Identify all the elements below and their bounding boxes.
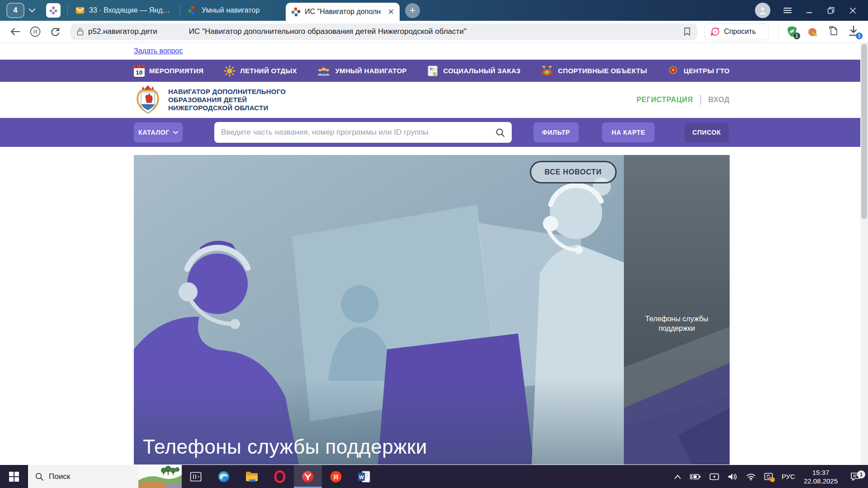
nav-label: ЦЕНТРЫ ГТО: [684, 67, 730, 75]
taskbar-search-placeholder: Поиск: [49, 472, 70, 481]
sun-icon: [224, 65, 236, 77]
mail-icon: [75, 5, 85, 15]
alice-ask-button[interactable]: ? Спросить: [704, 23, 769, 40]
yandex-browser-icon[interactable]: [294, 465, 322, 488]
news-slide-next[interactable]: Телефоны службы поддержки: [624, 155, 730, 465]
clock-date: 22.08.2025: [804, 477, 838, 485]
task-view-button[interactable]: [182, 465, 210, 488]
extension-badge: 1: [793, 33, 800, 39]
system-tray: РУС 15:37 22.08.2025 1: [670, 465, 868, 488]
registration-link[interactable]: РЕГИСТРАЦИЯ: [637, 96, 693, 104]
nav-label: МЕРОПРИЯТИЯ: [149, 67, 203, 75]
catalog-button[interactable]: КАТАЛОГ: [134, 122, 183, 142]
downloads-button[interactable]: 1: [848, 25, 861, 38]
windows-taskbar: Поиск Я W: [0, 465, 868, 488]
extension-editor-icon[interactable]: [807, 25, 819, 38]
next-slide-preview-image: [624, 155, 730, 465]
page-viewport: Задать вопрос 10 МЕРОПРИЯТИЯ ЛЕТНИЙ ОТДЫ…: [0, 43, 868, 465]
alice-spark-icon: ?: [710, 27, 720, 37]
minimize-button[interactable]: [798, 0, 820, 21]
nav-item-sport-objects[interactable]: СПОРТИВНЫЕ ОБЪЕКТЫ: [541, 65, 647, 77]
site-logo-text[interactable]: НАВИГАТОР ДОПОЛНИТЕЛЬНОГО ОБРАЗОВАНИЯ ДЕ…: [168, 88, 286, 112]
person-icon: [758, 6, 767, 15]
yandex-app-icon[interactable]: Я: [322, 465, 350, 488]
battery-icon[interactable]: [690, 474, 701, 480]
word-icon[interactable]: W: [350, 465, 378, 488]
language-indicator[interactable]: РУС: [782, 473, 795, 480]
lock-icon: [77, 28, 84, 36]
tab-close-icon[interactable]: ✕: [388, 7, 394, 17]
back-button[interactable]: [7, 23, 24, 40]
search-icon[interactable]: [495, 128, 505, 137]
widgets-weather-image[interactable]: [138, 465, 182, 488]
calendar-icon: 10: [134, 65, 145, 77]
program-search-field[interactable]: [214, 122, 512, 143]
screen-cast-icon[interactable]: [764, 473, 773, 481]
people-icon: [317, 66, 330, 76]
navigator-icon: [291, 7, 300, 16]
all-news-button[interactable]: ВСЕ НОВОСТИ: [530, 161, 617, 183]
refresh-button[interactable]: [47, 23, 63, 40]
tab-smart-navigator[interactable]: Умный навигатор: [183, 6, 286, 15]
nav-item-events[interactable]: 10 МЕРОПРИЯТИЯ: [134, 65, 203, 77]
cast-status-dot: [770, 477, 775, 482]
nav-item-summer[interactable]: ЛЕТНИЙ ОТДЫХ: [224, 65, 297, 77]
opera-icon[interactable]: [266, 465, 294, 488]
profile-avatar[interactable]: [755, 3, 770, 18]
pinned-tab[interactable]: [46, 3, 61, 18]
extension-pages-icon[interactable]: [827, 25, 840, 38]
clock-time: 15:37: [804, 468, 838, 477]
hidden-icons-chevron[interactable]: [674, 474, 681, 479]
search-icon: [35, 473, 43, 481]
ask-question-link[interactable]: Задать вопрос: [134, 47, 183, 55]
nav-item-smart-navigator[interactable]: УМНЫЙ НАВИГАТОР: [317, 66, 406, 76]
more-options-icon[interactable]: [761, 28, 765, 35]
nav-label: ЛЕТНИЙ ОТДЫХ: [240, 67, 297, 75]
navigator-icon: [188, 6, 197, 15]
edge-icon[interactable]: [210, 465, 238, 488]
nav-label: УМНЫЙ НАВИГАТОР: [335, 67, 406, 75]
list-button[interactable]: СПИСОК: [684, 122, 729, 142]
tab-title: 33 · Входящие — Яндекс П: [89, 6, 172, 14]
menu-button[interactable]: [777, 0, 798, 21]
search-input[interactable]: [221, 128, 495, 137]
tab-group-badge[interactable]: 4: [6, 3, 24, 18]
login-link[interactable]: ВХОД: [708, 96, 730, 104]
address-bar[interactable]: p52.навигатор.дети ИС "Навигатор дополни…: [71, 23, 697, 40]
map-button[interactable]: НА КАРТЕ: [602, 122, 655, 142]
chevron-down-icon: [173, 131, 178, 134]
close-window-button[interactable]: [842, 0, 863, 21]
nav-item-social-order[interactable]: Р СОЦИАЛЬНЫЙ ЗАКАЗ: [427, 65, 520, 77]
coat-of-arms-logo: [134, 84, 162, 116]
filter-button[interactable]: ФИЛЬТР: [533, 122, 579, 142]
support-operators-illustration: [134, 155, 624, 465]
yandex-button[interactable]: Я: [27, 23, 43, 40]
new-tab-button[interactable]: +: [405, 3, 420, 18]
news-slide-main[interactable]: ВСЕ НОВОСТИ Телефоны службы поддержки: [134, 155, 624, 465]
news-slide-title: Телефоны службы поддержки: [143, 436, 427, 458]
svg-text:Я: Я: [334, 473, 339, 480]
tab-mail[interactable]: 33 · Входящие — Яндекс П: [70, 5, 178, 15]
start-button[interactable]: [0, 465, 28, 488]
tabbar-right-cluster: [755, 0, 863, 21]
nav-item-gto-centers[interactable]: ЦЕНТРЫ ГТО: [667, 65, 730, 77]
taskbar-clock[interactable]: 15:37 22.08.2025: [804, 468, 838, 485]
tab-divider: [67, 6, 68, 15]
bookmark-icon[interactable]: [684, 27, 691, 36]
taskbar-search-box[interactable]: Поиск: [28, 465, 182, 488]
site-header: НАВИГАТОР ДОПОЛНИТЕЛЬНОГО ОБРАЗОВАНИЯ ДЕ…: [0, 82, 868, 118]
extension-protect-icon[interactable]: 1: [786, 25, 798, 38]
tab-active[interactable]: ИС "Навигатор дополн ✕: [286, 3, 400, 21]
stadium-icon: [541, 65, 553, 77]
url-text: p52.навигатор.дети: [88, 27, 157, 36]
volume-icon[interactable]: [728, 473, 738, 480]
restore-button[interactable]: [820, 0, 842, 21]
scrollbar-thumb[interactable]: [861, 44, 867, 219]
action-center-button[interactable]: 1: [846, 472, 864, 481]
wifi-icon[interactable]: [746, 473, 755, 480]
page-scrollbar[interactable]: [860, 43, 868, 465]
file-explorer-icon[interactable]: [238, 465, 266, 488]
connect-display-icon[interactable]: [709, 473, 719, 480]
notification-badge: 1: [857, 470, 865, 479]
tab-group-chevron-icon[interactable]: [24, 3, 40, 18]
